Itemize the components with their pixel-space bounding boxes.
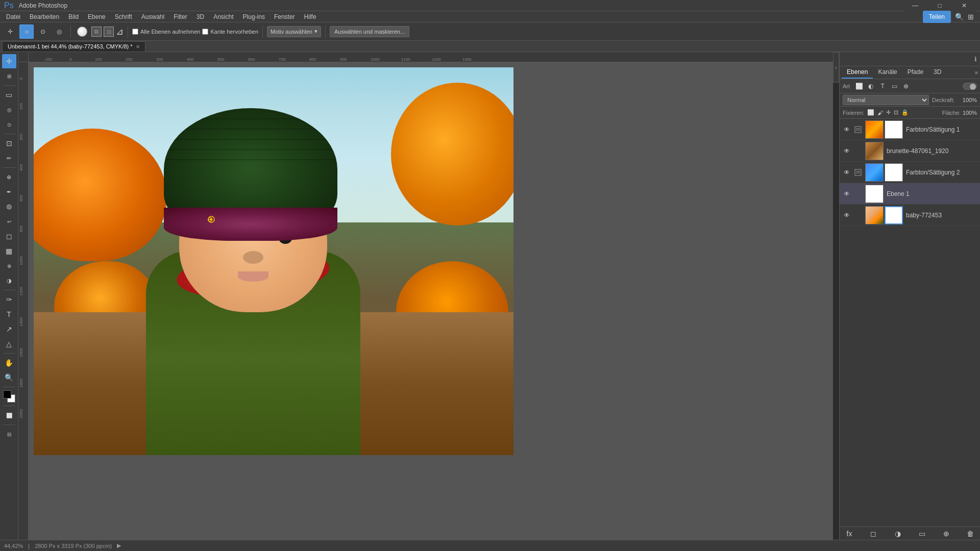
opacity-value[interactable]: 100% xyxy=(957,97,977,103)
tool-screen-mode[interactable]: ⊟ xyxy=(2,427,16,441)
layer-visibility-brunette[interactable]: 👁 xyxy=(843,147,851,155)
angle-indicator[interactable]: ⊿ xyxy=(116,26,124,37)
titlebar-controls[interactable]: — □ ✕ xyxy=(903,0,976,11)
maximize-button[interactable]: □ xyxy=(928,0,951,11)
tool-rectangular-marquee[interactable]: ▭ xyxy=(2,88,16,102)
layer-visibility-huesat2[interactable]: 👁 xyxy=(843,168,851,177)
layer-item-ebene1[interactable]: 👁 Ebene 1 xyxy=(840,183,980,205)
layer-item-brunette[interactable]: 👁 brunette-487061_1920 xyxy=(840,140,980,162)
color-swatches[interactable] xyxy=(2,389,16,404)
lasso-tool-btn[interactable]: ⌾ xyxy=(19,24,34,39)
layer-new-adjustment-btn[interactable]: ◑ xyxy=(892,528,903,539)
tool-pen[interactable]: ✑ xyxy=(2,292,16,307)
motiv-auswaehlen-dropdown[interactable]: Motiv auswählen ▾ xyxy=(267,26,321,37)
layer-new-group-btn[interactable]: ▭ xyxy=(916,528,927,539)
color-swatch-circle[interactable] xyxy=(77,27,87,37)
lock-transparent-icon[interactable]: ⬜ xyxy=(867,109,874,116)
lock-image-icon[interactable]: 🖌 xyxy=(877,110,883,116)
menu-ansicht[interactable]: Ansicht xyxy=(209,12,237,21)
filter-type-icon[interactable]: T xyxy=(877,81,888,91)
share-button[interactable]: Teilen xyxy=(923,11,951,23)
alle-ebenen-checkbox[interactable] xyxy=(132,29,138,35)
tool-zoom[interactable]: 🔍 xyxy=(2,370,16,385)
layer-item-baby[interactable]: 👁 baby-772453 xyxy=(840,205,980,226)
tool-history-brush[interactable]: ↩ xyxy=(2,214,16,229)
menu-ebene[interactable]: Ebene xyxy=(84,12,110,21)
layer-fx-btn[interactable]: fx xyxy=(844,528,855,539)
search-icon[interactable]: 🔍 xyxy=(955,13,964,21)
layer-item-huesat2[interactable]: 👁 Farbton/Sättigung 2 xyxy=(840,162,980,183)
tool-object-selection[interactable]: ⊙ xyxy=(2,117,16,132)
info-icon[interactable]: ℹ xyxy=(974,56,977,63)
tool-text[interactable]: T xyxy=(2,307,16,321)
status-forward-icon[interactable]: ▶ xyxy=(117,542,121,549)
menu-3d[interactable]: 3D xyxy=(192,12,208,21)
lock-artboard-icon[interactable]: ⊡ xyxy=(894,109,898,116)
tool-dodge[interactable]: ◑ xyxy=(2,273,16,288)
layer-add-mask-btn[interactable]: ◻ xyxy=(868,528,879,539)
polygonal-lasso-btn[interactable]: ⊙ xyxy=(36,24,50,39)
knit-line-3 xyxy=(164,139,337,140)
close-button[interactable]: ✕ xyxy=(952,0,976,11)
tool-clone-stamp[interactable]: ⊚ xyxy=(2,199,16,214)
panel-options-icon[interactable]: ≡ xyxy=(975,70,978,76)
menu-hilfe[interactable]: Hilfe xyxy=(300,12,321,21)
doc-tab-close-btn[interactable]: ✕ xyxy=(136,44,140,49)
filter-smart-icon[interactable]: ⊕ xyxy=(901,81,911,91)
tool-select-artboard[interactable]: ⊞ xyxy=(2,69,16,83)
menu-bearbeiten[interactable]: Bearbeiten xyxy=(26,12,63,21)
layer-visibility-huesat1[interactable]: 👁 xyxy=(843,126,851,134)
tool-crop[interactable]: ⊡ xyxy=(2,136,16,151)
layer-delete-btn[interactable]: 🗑 xyxy=(965,528,976,539)
tab-3d[interactable]: 3D xyxy=(928,66,946,79)
layer-thumb-brunette xyxy=(865,142,884,160)
panel-collapse-arrow[interactable]: ‹ xyxy=(833,52,839,83)
menu-fenster[interactable]: Fenster xyxy=(270,12,299,21)
filter-pixel-icon[interactable]: ⬜ xyxy=(854,81,864,91)
menu-auswahl[interactable]: Auswahl xyxy=(137,12,168,21)
menu-filter[interactable]: Filter xyxy=(169,12,191,21)
lock-position-icon[interactable]: ✛ xyxy=(886,109,891,116)
menu-schrift[interactable]: Schrift xyxy=(111,12,136,21)
foreground-color-swatch[interactable] xyxy=(3,390,11,398)
subtract-mode-btn[interactable]: ◻ xyxy=(104,27,114,37)
kante-hervorheben-checkbox[interactable] xyxy=(202,29,208,35)
refine-edge-mode-btn[interactable]: ⊡ xyxy=(91,27,102,37)
tool-quick-mask[interactable]: ⬜ xyxy=(2,408,16,422)
tool-healing-brush[interactable]: ⊕ xyxy=(2,170,16,184)
doc-tab-main[interactable]: Unbenannt-1 bei 44,4% (baby-772453, CMYK… xyxy=(2,41,145,52)
tool-shape[interactable]: △ xyxy=(2,337,16,351)
blend-mode-select[interactable]: Normal Multiplizieren Bildschirm xyxy=(843,95,929,105)
filter-shape-icon[interactable]: ▭ xyxy=(889,81,899,91)
tool-brush[interactable]: ✒ xyxy=(2,185,16,199)
menu-plugins[interactable]: Plug-ins xyxy=(239,12,269,21)
tool-lasso[interactable]: ⌾ xyxy=(2,103,16,117)
tool-eyedropper[interactable]: ✏ xyxy=(2,151,16,165)
workspace-icon[interactable]: ⊞ xyxy=(968,13,974,21)
menu-bild[interactable]: Bild xyxy=(64,12,83,21)
tab-ebenen[interactable]: Ebenen xyxy=(842,66,873,79)
tool-path-select[interactable]: ↗ xyxy=(2,322,16,336)
tool-gradient[interactable]: ▦ xyxy=(2,244,16,258)
menubar-right: Teilen 🔍 ⊞ xyxy=(923,11,978,23)
minimize-button[interactable]: — xyxy=(903,0,927,11)
menu-datei[interactable]: Datei xyxy=(2,12,24,21)
move-tool-btn[interactable]: ✛ xyxy=(3,24,17,39)
layer-new-layer-btn[interactable]: ⊕ xyxy=(941,528,952,539)
layer-visibility-ebene1[interactable]: 👁 xyxy=(843,190,851,198)
filter-toggle-switch[interactable] xyxy=(963,83,977,90)
layer-visibility-baby[interactable]: 👁 xyxy=(843,211,851,219)
tool-hand[interactable]: ✋ xyxy=(2,356,16,370)
tab-pfade[interactable]: Pfade xyxy=(902,66,928,79)
lock-all-icon[interactable]: 🔒 xyxy=(901,109,909,116)
tool-move[interactable]: ✛ xyxy=(2,54,16,68)
filter-adjust-icon[interactable]: ◐ xyxy=(866,81,876,91)
tab-kanaele[interactable]: Kanäle xyxy=(873,66,902,79)
magnetic-lasso-btn[interactable]: ◎ xyxy=(52,24,66,39)
tool-eraser[interactable]: ◻ xyxy=(2,229,16,243)
auswaehlen-maskieren-btn[interactable]: Auswählen und maskieren... xyxy=(330,26,409,37)
tool-blur[interactable]: ⊗ xyxy=(2,259,16,273)
canvas-area[interactable] xyxy=(29,62,833,540)
fill-value[interactable]: 100% xyxy=(963,110,977,116)
layer-item-huesat1[interactable]: 👁 Farbton/Sättigung 1 xyxy=(840,119,980,140)
